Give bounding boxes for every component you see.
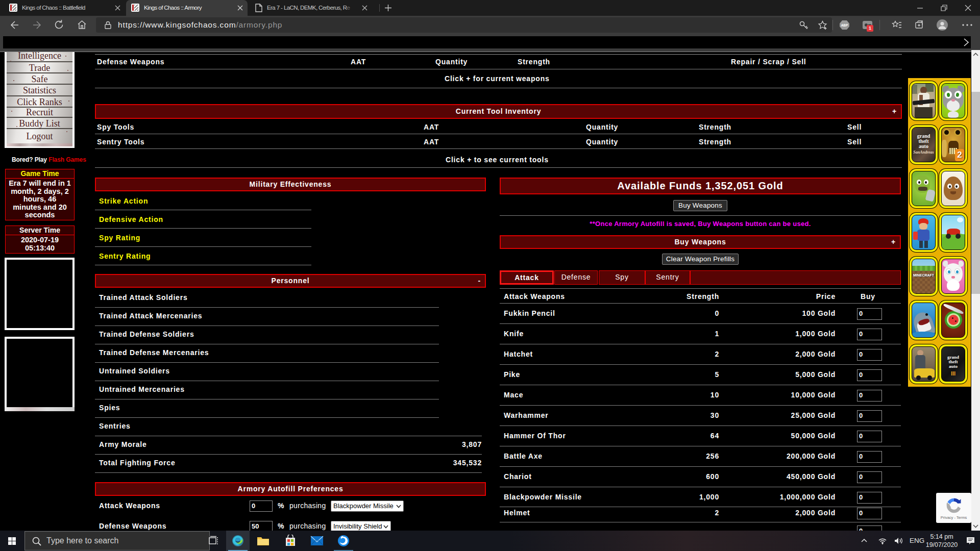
svg-text:ABP: ABP — [841, 23, 848, 27]
